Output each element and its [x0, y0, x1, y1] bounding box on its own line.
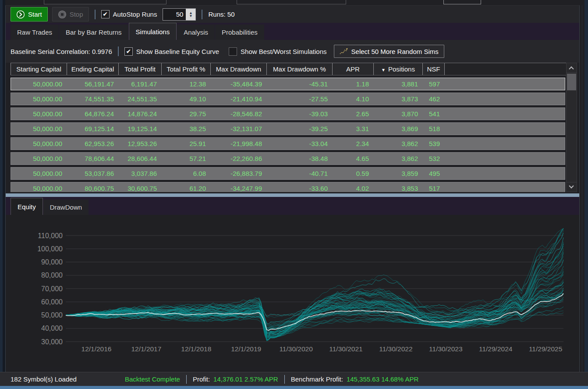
svg-text:80,000: 80,000: [41, 271, 63, 279]
table-body: 50,000.0056,191.476,191.4712.38-35,484.3…: [11, 75, 566, 192]
start-button[interactable]: Start: [11, 7, 48, 21]
svg-text:11/29/2025: 11/29/2025: [529, 345, 562, 353]
stop-icon: [58, 10, 67, 19]
svg-text:12/1/2016: 12/1/2016: [81, 345, 112, 353]
svg-text:11/30/2021: 11/30/2021: [329, 345, 362, 353]
table-row[interactable]: 50,000.0080,600.7530,600.7561.20-34,247.…: [11, 182, 565, 192]
table-cell: 3,037.86: [119, 168, 162, 179]
scroll-down-button[interactable]: [567, 182, 577, 192]
table-cell: 4.10: [333, 93, 374, 105]
table-cell: 3,853: [374, 182, 423, 192]
autostop-checkbox[interactable]: [101, 10, 110, 18]
simulation-line: [66, 275, 563, 336]
table-cell: 517: [423, 182, 445, 192]
table-cell: -28,546.82: [211, 108, 267, 120]
table-cell: 597: [423, 78, 445, 90]
table-cell: -32,131.07: [211, 123, 267, 135]
play-icon: [16, 10, 25, 19]
svg-text:12/1/2017: 12/1/2017: [131, 345, 161, 353]
column-header-apr[interactable]: APR: [333, 63, 374, 75]
stop-button[interactable]: Stop: [52, 7, 89, 21]
table-cell: -33.04: [267, 138, 333, 150]
run-toolbar: Start Stop AutoStop Runs 50 ▲ ▼ Runs: 50: [6, 5, 579, 23]
table-cell: 2.34: [333, 138, 374, 150]
column-header-total-profit-[interactable]: Total Profit %: [162, 63, 211, 75]
select-more-sims-button[interactable]: Select 50 More Random Sims: [334, 45, 444, 58]
column-header-positions[interactable]: ▼Positions: [374, 63, 423, 75]
table-row[interactable]: 50,000.0053,037.863,037.866.08-26,883.79…: [11, 167, 565, 180]
chevron-up-icon: [569, 66, 574, 71]
column-header-starting-capital[interactable]: Starting Capital: [11, 63, 67, 75]
horizontal-splitter[interactable]: [6, 193, 579, 197]
runs-spinner-input[interactable]: 50: [163, 9, 186, 20]
table-row[interactable]: 50,000.0078,606.4428,606.4457.21-22,260.…: [11, 152, 565, 165]
status-separator: [284, 375, 285, 384]
tab-simulations[interactable]: Simulations: [129, 23, 177, 40]
column-header-nsf[interactable]: NSF: [423, 63, 445, 75]
runs-spinner: 50 ▲ ▼: [163, 8, 196, 21]
svg-text:90,000: 90,000: [41, 258, 63, 266]
tab-raw-trades[interactable]: Raw Trades: [11, 25, 59, 40]
table-cell: 62,953.26: [67, 138, 119, 150]
svg-text:11/30/2022: 11/30/2022: [379, 345, 412, 353]
simulations-table-header: Starting CapitalEnding CapitalTotal Prof…: [11, 63, 566, 75]
table-cell: -39.25: [267, 123, 333, 135]
column-header-ending-capital[interactable]: Ending Capital: [67, 63, 119, 75]
cutoff-control-edge: [237, 0, 346, 4]
table-cell: -22,260.86: [211, 153, 267, 164]
tab-probabilities[interactable]: Probabilities: [215, 25, 264, 40]
tab-analysis[interactable]: Analysis: [177, 25, 215, 40]
table-row[interactable]: 50,000.0064,876.2414,876.2429.75-28,546.…: [11, 107, 565, 120]
table-row[interactable]: 50,000.0062,953.2612,953.2625.91-21,998.…: [11, 137, 565, 150]
table-cell: 532: [423, 153, 445, 164]
svg-text:11/30/2023: 11/30/2023: [429, 345, 462, 353]
table-row[interactable]: 50,000.0056,191.476,191.4712.38-35,484.3…: [11, 78, 565, 90]
table-cell: 50,000.00: [11, 168, 67, 179]
vertical-scrollbar[interactable]: [566, 63, 577, 192]
show-best-worst-checkbox[interactable]: [229, 47, 237, 56]
table-cell: -40.71: [267, 168, 333, 179]
tab-equity[interactable]: Equity: [11, 198, 43, 215]
select-more-sims-label: Select 50 More Random Sims: [351, 48, 439, 55]
window-bottom-strip: [0, 386, 588, 389]
table-cell: 61.20: [162, 182, 211, 192]
scrollbar-thumb[interactable]: [567, 74, 576, 90]
table-cell: 28,606.44: [119, 153, 162, 164]
simulation-line: [66, 281, 563, 328]
simulation-options-bar: Baseline Serial Correlation: 0.9976 Show…: [6, 40, 579, 63]
status-separator: [186, 375, 187, 384]
options-separator: [118, 46, 119, 56]
column-header-max-drawdown[interactable]: Max Drawdown: [211, 63, 267, 75]
table-cell: 3,859: [374, 168, 423, 179]
tab-drawdown[interactable]: DrawDown: [43, 200, 89, 215]
sparkline-icon: [340, 47, 348, 55]
runs-spinner-buttons[interactable]: ▲ ▼: [186, 9, 195, 20]
table-cell: 53,037.86: [67, 168, 119, 179]
table-row[interactable]: 50,000.0069,125.1419,125.1438.25-32,131.…: [11, 122, 565, 135]
tab-bar-by-bar-returns[interactable]: Bar by Bar Returns: [59, 25, 128, 40]
table-cell: -39.03: [267, 108, 333, 120]
table-cell: -27.55: [267, 93, 333, 105]
column-header-max-drawdown-[interactable]: Max Drawdown %: [267, 63, 333, 75]
table-cell: 1.18: [333, 78, 374, 90]
equity-simulations-chart: 110,000100,00090,00080,00070,00060,00050…: [6, 215, 579, 367]
chevron-down-icon: [569, 183, 574, 188]
show-baseline-equity-checkbox[interactable]: [124, 47, 133, 56]
table-cell: 19,125.14: [119, 123, 162, 135]
column-header-total-profit[interactable]: Total Profit: [119, 63, 162, 75]
app-window: Start Stop AutoStop Runs 50 ▲ ▼ Runs: 50…: [0, 0, 588, 389]
svg-text:12/1/2018: 12/1/2018: [181, 345, 211, 353]
simulation-line: [66, 282, 563, 328]
table-cell: 57.21: [162, 153, 211, 164]
table-cell: 78,606.44: [67, 153, 119, 164]
svg-text:60,000: 60,000: [41, 298, 63, 306]
table-cell: 6.08: [162, 168, 211, 179]
spinner-down-icon[interactable]: ▼: [189, 14, 192, 18]
toolbar-separator: [202, 10, 202, 19]
scroll-up-button[interactable]: [567, 63, 577, 73]
table-cell: 2.65: [333, 108, 374, 120]
table-cell: 50,000.00: [11, 123, 67, 135]
table-cell: 495: [423, 168, 445, 179]
table-cell: 541: [423, 108, 445, 120]
table-row[interactable]: 50,000.0074,551.3524,551.3549.10-21,410.…: [11, 93, 565, 105]
